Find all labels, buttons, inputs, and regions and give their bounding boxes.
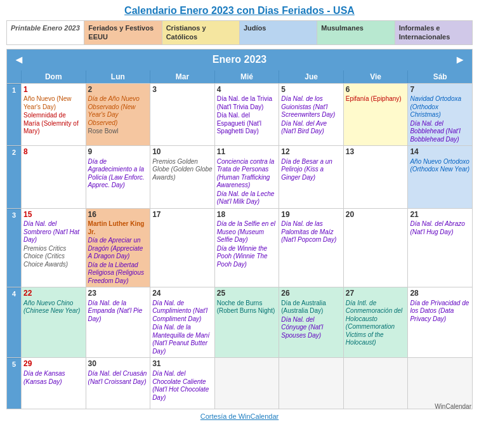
day-cell-28[interactable]: 28Día de Privacidad de los Datos (Data P… bbox=[407, 287, 472, 357]
day-number: 15 bbox=[23, 210, 84, 220]
day-cell-2[interactable]: 2Día de Año Nuevo Observado (New Year's … bbox=[86, 84, 150, 146]
day-number: 14 bbox=[410, 147, 470, 157]
day-number: 25 bbox=[217, 289, 277, 299]
event-text: Año Nuevo (New Year's Day) bbox=[23, 95, 84, 111]
event-text: Día Intl. de Conmemoración del Holocaust… bbox=[346, 300, 406, 347]
day-cell-empty[interactable] bbox=[279, 358, 343, 409]
day-cell-23[interactable]: 23Día Nal. de la Empanda (Nat'l Pie Day) bbox=[86, 287, 150, 357]
day-number: 22 bbox=[23, 289, 84, 299]
event-text: Día de la Libertad Religiosa (Religious … bbox=[88, 261, 148, 286]
day-number: 7 bbox=[410, 85, 470, 95]
day-number: 17 bbox=[152, 210, 213, 220]
day-cell-8[interactable]: 8 bbox=[21, 146, 86, 208]
day-cell-27[interactable]: 27Día Intl. de Conmemoración del Holocau… bbox=[343, 287, 408, 357]
week-row-1: 11Año Nuevo (New Year's Day)Solemnidad d… bbox=[7, 83, 472, 146]
calendar-body: 11Año Nuevo (New Year's Day)Solemnidad d… bbox=[7, 83, 472, 409]
week-row-4: 422Año Nuevo Chino (Chinese New Year)23D… bbox=[7, 287, 472, 357]
day-number: 20 bbox=[346, 210, 406, 220]
day-cell-13[interactable]: 13 bbox=[343, 146, 408, 208]
day-cell-6[interactable]: 6Epifanía (Epiphany) bbox=[343, 84, 408, 146]
day-cell-22[interactable]: 22Año Nuevo Chino (Chinese New Year) bbox=[21, 287, 86, 357]
event-text: Día Nal. de la Trivia (Nat'l Trivia Day) bbox=[217, 95, 277, 111]
day-cell-25[interactable]: 25Noche de Burns (Robert Burns Night) bbox=[214, 287, 279, 357]
calendar-header: ◄ Enero 2023 ► bbox=[7, 49, 472, 70]
legend-feriados[interactable]: Feriados y Festivos EEUU bbox=[84, 21, 162, 44]
event-text: Día de Año Nuevo Observado (New Year's D… bbox=[88, 95, 148, 127]
day-number: 4 bbox=[217, 85, 277, 95]
day-number: 28 bbox=[410, 289, 470, 299]
day-cell-24[interactable]: 24Día Nal. de Cumplimiento (Nat'l Compli… bbox=[150, 287, 214, 357]
day-cell-30[interactable]: 30Día Nal. del Cruasán (Nat'l Croissant … bbox=[86, 358, 150, 409]
legend-bar: Printable Enero 2023 Feriados y Festivos… bbox=[6, 20, 473, 45]
dow-row: Dom Lun Mar Mié Jue Vie Sáb bbox=[7, 70, 472, 83]
dow-vie: Vie bbox=[343, 70, 408, 83]
dow-lun: Lun bbox=[86, 70, 150, 83]
event-text: Día Nal. del Espagueti (Nat'l Spaghetti … bbox=[217, 112, 277, 136]
legend-musulmanes[interactable]: Musulmanes bbox=[317, 21, 395, 44]
month-year-title: Enero 2023 bbox=[213, 54, 266, 65]
day-cell-17[interactable]: 17 bbox=[150, 209, 214, 287]
event-text: Día Nal. del Cónyuge (Nat'l Spouses Day) bbox=[281, 316, 341, 340]
dow-dom: Dom bbox=[21, 70, 86, 83]
day-number: 19 bbox=[281, 210, 341, 220]
event-text: Día Nal. del Abrazo (Nat'l Hug Day) bbox=[410, 220, 470, 236]
day-number: 27 bbox=[346, 289, 406, 299]
day-cell-3[interactable]: 3 bbox=[150, 84, 214, 146]
next-month-button[interactable]: ► bbox=[454, 53, 466, 67]
event-text: Día Nal. del Sombrero (Nat'l Hat Day) bbox=[23, 220, 84, 244]
event-text: Día Nal. de la Mantequilla de Maní (Nat'… bbox=[152, 324, 213, 355]
day-cell-empty[interactable] bbox=[214, 358, 279, 409]
week-num-header bbox=[7, 70, 21, 83]
event-text: Día de la Selfie en el Museo (Museum Sel… bbox=[217, 220, 277, 244]
day-cell-15[interactable]: 15Día Nal. del Sombrero (Nat'l Hat Day)P… bbox=[21, 209, 86, 287]
legend-cristianos[interactable]: Cristianos y Católicos bbox=[162, 21, 240, 44]
day-cell-29[interactable]: 29Día de Kansas (Kansas Day) bbox=[21, 358, 86, 409]
event-text: Martin Luther King Jr. bbox=[88, 220, 148, 236]
day-number: 21 bbox=[410, 210, 470, 220]
day-cell-19[interactable]: 19Día Nal. de las Palomitas de Maíz (Nat… bbox=[279, 209, 343, 287]
day-cell-26[interactable]: 26Día de Australia (Australia Day)Día Na… bbox=[279, 287, 343, 357]
day-cell-10[interactable]: 10Premios Golden Globe (Golden Globe Awa… bbox=[150, 146, 214, 208]
day-cell-21[interactable]: 21Día Nal. del Abrazo (Nat'l Hug Day) bbox=[407, 209, 472, 287]
event-text: Año Nuevo Ortodoxo (Orthodox New Year) bbox=[410, 158, 470, 174]
day-cell-31[interactable]: 31Día Nal. del Chocolate Caliente (Nat'l… bbox=[150, 358, 214, 409]
event-text: Día de Apreciar un Dragón (Appreciate A … bbox=[88, 237, 148, 261]
legend-printable[interactable]: Printable Enero 2023 bbox=[7, 21, 84, 44]
day-number: 29 bbox=[23, 359, 84, 369]
day-cell-16[interactable]: 16Martin Luther King Jr.Día de Apreciar … bbox=[86, 209, 150, 287]
event-text: Día Nal. de Cumplimiento (Nat'l Complime… bbox=[152, 300, 213, 324]
day-number: 1 bbox=[23, 85, 84, 95]
event-text: Día Nal. del Chocolate Caliente (Nat'l H… bbox=[152, 370, 213, 402]
day-cell-4[interactable]: 4Día Nal. de la Trivia (Nat'l Trivia Day… bbox=[214, 84, 279, 146]
event-text: Premios Golden Globe (Golden Globe Award… bbox=[152, 158, 213, 182]
day-cell-1[interactable]: 1Año Nuevo (New Year's Day)Solemnidad de… bbox=[21, 84, 86, 146]
day-cell-18[interactable]: 18Día de la Selfie en el Museo (Museum S… bbox=[214, 209, 279, 287]
day-number: 8 bbox=[23, 147, 84, 157]
day-cell-empty[interactable] bbox=[343, 358, 408, 409]
day-cell-12[interactable]: 12Día de Besar a un Pelirojo (Kiss a Gin… bbox=[279, 146, 343, 208]
day-number: 26 bbox=[281, 289, 341, 299]
prev-month-button[interactable]: ◄ bbox=[13, 53, 25, 67]
day-cell-empty[interactable] bbox=[407, 358, 472, 409]
day-number: 9 bbox=[88, 147, 148, 157]
week-row-5: 529Día de Kansas (Kansas Day)30Día Nal. … bbox=[7, 357, 472, 409]
dow-mie: Mié bbox=[214, 70, 279, 83]
day-cell-5[interactable]: 5Día Nal. de los Guionistas (Nat'l Scree… bbox=[279, 84, 343, 146]
day-number: 23 bbox=[88, 289, 148, 299]
week-num-3: 3 bbox=[7, 209, 21, 287]
day-number: 31 bbox=[152, 359, 213, 369]
day-cell-11[interactable]: 11Conciencia contra la Trata de Personas… bbox=[214, 146, 279, 208]
dow-jue: Jue bbox=[279, 70, 343, 83]
day-cell-9[interactable]: 9Día de Agradecimiento a la Policía (Law… bbox=[86, 146, 150, 208]
day-cell-14[interactable]: 14Año Nuevo Ortodoxo (Orthodox New Year) bbox=[407, 146, 472, 208]
event-text: Día Nal. de la Leche (Nat'l Milk Day) bbox=[217, 190, 277, 206]
day-cell-20[interactable]: 20 bbox=[343, 209, 408, 287]
event-text: Día de Australia (Australia Day) bbox=[281, 300, 341, 315]
day-number: 10 bbox=[152, 147, 213, 157]
day-cell-7[interactable]: 7Navidad Ortodoxa (Orthodox Christmas)Dí… bbox=[407, 84, 472, 146]
event-text: Solemnidad de María (Solemnity of Mary) bbox=[23, 112, 84, 136]
event-text: Rose Bowl bbox=[88, 128, 148, 136]
legend-judios[interactable]: Judíos bbox=[240, 21, 317, 44]
week-row-2: 289Día de Agradecimiento a la Policía (L… bbox=[7, 145, 472, 208]
legend-informales[interactable]: Informales e Internacionales bbox=[395, 21, 472, 44]
